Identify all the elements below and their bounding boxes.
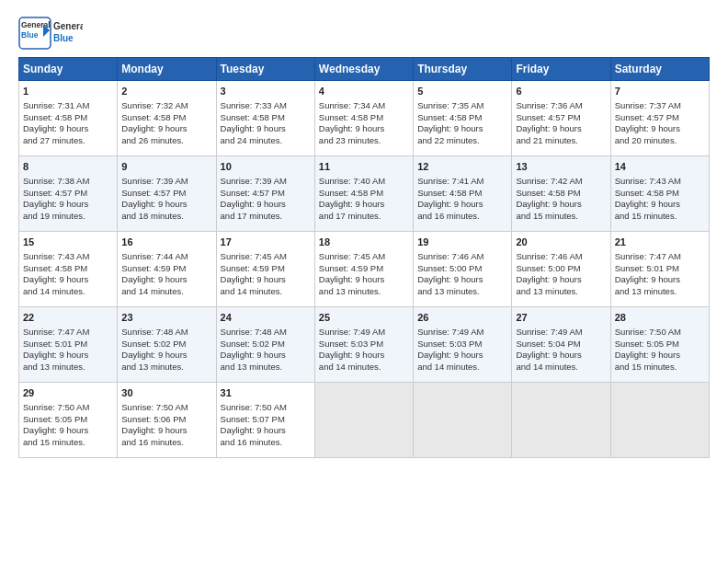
cell-line: Sunset: 5:00 PM: [516, 263, 606, 275]
cell-line: Daylight: 9 hours: [516, 123, 606, 135]
cell-line: Daylight: 9 hours: [121, 350, 211, 362]
cell-line: Sunrise: 7:49 AM: [516, 327, 606, 339]
calendar-cell: 28Sunrise: 7:50 AMSunset: 5:05 PMDayligh…: [610, 307, 709, 383]
cell-line: Sunset: 4:58 PM: [319, 112, 409, 124]
cell-line: Sunset: 4:57 PM: [121, 188, 211, 200]
cell-line: Daylight: 9 hours: [23, 123, 113, 135]
cell-line: Sunrise: 7:42 AM: [516, 176, 606, 188]
calendar-cell: 16Sunrise: 7:44 AMSunset: 4:59 PMDayligh…: [118, 232, 216, 307]
calendar-cell: 27Sunrise: 7:49 AMSunset: 5:04 PMDayligh…: [512, 307, 610, 383]
cell-line: and 18 minutes.: [121, 211, 211, 223]
cell-line: Sunset: 5:03 PM: [319, 339, 409, 350]
cell-line: and 23 minutes.: [319, 135, 409, 147]
calendar-cell: 13Sunrise: 7:42 AMSunset: 4:58 PMDayligh…: [512, 156, 610, 232]
cell-line: Sunrise: 7:50 AM: [221, 402, 311, 414]
day-header-wednesday: Wednesday: [314, 58, 413, 81]
cell-line: Daylight: 9 hours: [417, 123, 507, 135]
day-number: 14: [615, 160, 705, 174]
cell-line: Sunrise: 7:31 AM: [23, 100, 113, 112]
cell-line: Daylight: 9 hours: [516, 199, 606, 211]
cell-line: Sunrise: 7:40 AM: [319, 176, 409, 188]
cell-line: Sunrise: 7:38 AM: [23, 176, 113, 188]
cell-line: and 14 minutes.: [221, 286, 311, 298]
day-header-sunday: Sunday: [19, 58, 118, 81]
cell-line: Sunrise: 7:37 AM: [615, 100, 705, 112]
cell-line: Sunrise: 7:34 AM: [319, 100, 409, 112]
day-header-friday: Friday: [512, 58, 610, 81]
cell-line: Sunrise: 7:39 AM: [221, 176, 311, 188]
day-number: 1: [23, 85, 113, 98]
cell-line: Daylight: 9 hours: [319, 199, 409, 211]
week-row-4: 22Sunrise: 7:47 AMSunset: 5:01 PMDayligh…: [19, 307, 710, 383]
calendar-cell: 12Sunrise: 7:41 AMSunset: 4:58 PMDayligh…: [414, 156, 512, 232]
day-header-monday: Monday: [118, 58, 216, 81]
cell-line: Sunset: 4:57 PM: [615, 112, 705, 124]
day-header-tuesday: Tuesday: [216, 58, 314, 81]
day-number: 20: [516, 236, 606, 249]
cell-line: Sunset: 4:58 PM: [417, 188, 507, 200]
cell-line: Daylight: 9 hours: [417, 274, 507, 286]
cell-line: and 13 minutes.: [121, 362, 211, 373]
day-number: 7: [615, 85, 705, 98]
calendar-cell: 10Sunrise: 7:39 AMSunset: 4:57 PMDayligh…: [216, 156, 314, 232]
cell-line: and 13 minutes.: [417, 286, 507, 298]
cell-line: Sunset: 4:58 PM: [417, 112, 507, 124]
calendar-page: General Blue General Blue SundayMondayTu…: [0, 0, 728, 563]
cell-line: and 26 minutes.: [121, 135, 211, 147]
day-number: 16: [121, 236, 211, 249]
cell-line: Sunset: 5:02 PM: [121, 339, 211, 350]
calendar-cell: 8Sunrise: 7:38 AMSunset: 4:57 PMDaylight…: [19, 156, 118, 232]
day-number: 25: [319, 311, 409, 325]
logo: General Blue General Blue: [18, 17, 83, 50]
calendar-cell: 5Sunrise: 7:35 AMSunset: 4:58 PMDaylight…: [414, 81, 512, 156]
cell-line: Sunset: 4:59 PM: [319, 263, 409, 275]
day-header-thursday: Thursday: [414, 58, 512, 81]
cell-line: Sunrise: 7:43 AM: [23, 251, 113, 263]
cell-line: Sunset: 4:57 PM: [516, 112, 606, 124]
calendar-cell: 26Sunrise: 7:49 AMSunset: 5:03 PMDayligh…: [414, 307, 512, 383]
cell-line: and 16 minutes.: [121, 437, 211, 449]
cell-line: Daylight: 9 hours: [121, 199, 211, 211]
svg-text:Blue: Blue: [21, 30, 39, 40]
cell-line: and 14 minutes.: [121, 286, 211, 298]
svg-text:General: General: [53, 21, 83, 31]
day-number: 28: [615, 311, 705, 325]
cell-line: Daylight: 9 hours: [319, 123, 409, 135]
cell-line: Sunrise: 7:44 AM: [121, 251, 211, 263]
cell-line: Sunset: 4:58 PM: [23, 263, 113, 275]
day-number: 6: [516, 85, 606, 98]
calendar-cell: [512, 383, 610, 458]
cell-line: and 13 minutes.: [516, 286, 606, 298]
cell-line: and 15 minutes.: [615, 362, 705, 373]
day-number: 30: [121, 386, 211, 400]
cell-line: Sunrise: 7:48 AM: [221, 327, 311, 339]
cell-line: Daylight: 9 hours: [417, 199, 507, 211]
days-header-row: SundayMondayTuesdayWednesdayThursdayFrid…: [19, 58, 710, 81]
day-number: 15: [23, 236, 113, 249]
cell-line: Daylight: 9 hours: [615, 199, 705, 211]
cell-line: Daylight: 9 hours: [615, 123, 705, 135]
calendar-cell: [414, 383, 512, 458]
cell-line: Sunset: 5:05 PM: [23, 414, 113, 426]
day-number: 10: [221, 160, 311, 174]
calendar-cell: 2Sunrise: 7:32 AMSunset: 4:58 PMDaylight…: [118, 81, 216, 156]
cell-line: Daylight: 9 hours: [319, 274, 409, 286]
cell-line: Sunset: 5:06 PM: [121, 414, 211, 426]
calendar-cell: 18Sunrise: 7:45 AMSunset: 4:59 PMDayligh…: [314, 232, 413, 307]
cell-line: Sunrise: 7:47 AM: [23, 327, 113, 339]
week-row-1: 1Sunrise: 7:31 AMSunset: 4:58 PMDaylight…: [19, 81, 710, 156]
cell-line: Daylight: 9 hours: [23, 199, 113, 211]
day-number: 29: [23, 386, 113, 400]
header: General Blue General Blue: [18, 17, 710, 50]
cell-line: and 16 minutes.: [221, 437, 311, 449]
cell-line: and 14 minutes.: [23, 286, 113, 298]
cell-line: Daylight: 9 hours: [516, 274, 606, 286]
cell-line: Daylight: 9 hours: [319, 350, 409, 362]
cell-line: Sunset: 4:58 PM: [516, 188, 606, 200]
cell-line: Daylight: 9 hours: [516, 350, 606, 362]
calendar-cell: 9Sunrise: 7:39 AMSunset: 4:57 PMDaylight…: [118, 156, 216, 232]
cell-line: and 22 minutes.: [417, 135, 507, 147]
day-number: 19: [417, 236, 507, 249]
cell-line: Sunrise: 7:36 AM: [516, 100, 606, 112]
cell-line: Sunset: 4:57 PM: [23, 188, 113, 200]
